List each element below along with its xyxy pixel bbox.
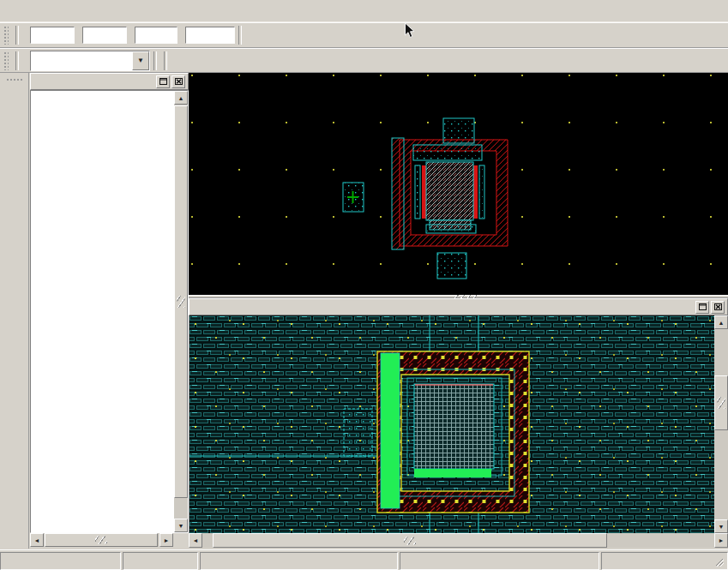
status-coordinates <box>601 552 728 570</box>
dy-input[interactable] <box>185 27 235 44</box>
status-empty-2 <box>400 552 599 570</box>
close-icon[interactable] <box>171 75 185 88</box>
scroll-down-icon[interactable]: ▼ <box>714 519 728 533</box>
scroll-left-icon[interactable]: ◄ <box>189 533 202 548</box>
status-bar <box>0 549 728 570</box>
main-toolbar <box>0 22 728 48</box>
chevron-down-icon[interactable]: ▼ <box>132 51 149 70</box>
status-ready <box>0 552 121 570</box>
drawing-layer-combo[interactable]: ▼ <box>30 51 150 71</box>
separator <box>238 26 242 45</box>
separator <box>153 51 157 70</box>
generator-library-titlebar[interactable] <box>30 73 189 90</box>
scroll-up-icon[interactable]: ▲ <box>714 315 728 329</box>
scroll-right-icon[interactable]: ► <box>159 533 173 547</box>
x-input[interactable] <box>30 27 75 44</box>
gdsii-titlebar[interactable] <box>189 298 728 315</box>
separator <box>164 51 167 70</box>
resize-grip-icon[interactable] <box>713 556 724 567</box>
toolbar-handle[interactable] <box>3 26 9 45</box>
float-window-icon[interactable] <box>156 75 170 88</box>
float-window-icon[interactable] <box>695 301 709 314</box>
gds-vscrollbar[interactable]: ▲ ▼ <box>714 315 728 533</box>
toolbar-handle[interactable] <box>6 78 23 82</box>
scroll-right-icon[interactable]: ► <box>714 533 728 548</box>
toolbar-handle[interactable] <box>3 51 9 70</box>
generator-tree: ▲ ▼ <box>30 90 189 533</box>
gdsii-canvas[interactable] <box>189 315 714 533</box>
status-current-cell <box>200 552 398 570</box>
layout-drawing <box>189 73 728 295</box>
gds-hscrollbar[interactable]: ◄ ► <box>189 533 728 548</box>
tree-hscroll-thumb[interactable] <box>45 533 158 547</box>
separator <box>15 51 19 70</box>
close-icon[interactable] <box>711 301 725 314</box>
gds-vscroll-thumb[interactable] <box>714 375 728 430</box>
tree-vscroll-thumb[interactable] <box>174 105 188 498</box>
tree-vscrollbar[interactable]: ▲ ▼ <box>174 91 188 532</box>
tree-hscrollbar[interactable]: ◄ ► <box>30 533 173 547</box>
gds-hscroll-thumb[interactable] <box>213 533 607 548</box>
gdsii-drawing <box>190 315 714 533</box>
separator <box>15 26 19 45</box>
layout-canvas[interactable] <box>189 73 728 295</box>
scroll-down-icon[interactable]: ▼ <box>174 519 188 532</box>
menu-bar <box>0 0 728 22</box>
gdsii-layout-panel: ▲ ▼ ◄ ► <box>189 298 728 549</box>
dx-input[interactable] <box>135 27 177 44</box>
status-empty-1 <box>123 552 198 570</box>
generator-library-panel: ▲ ▼ ◄ ► <box>30 73 189 549</box>
application-window: ▼ ▲ ▼ ◄ <box>0 0 728 570</box>
y-input[interactable] <box>82 27 127 44</box>
draw-toolbar: ▼ <box>0 48 728 73</box>
side-toolbar <box>0 73 29 549</box>
scroll-left-icon[interactable]: ◄ <box>30 533 44 547</box>
scroll-up-icon[interactable]: ▲ <box>174 91 188 105</box>
